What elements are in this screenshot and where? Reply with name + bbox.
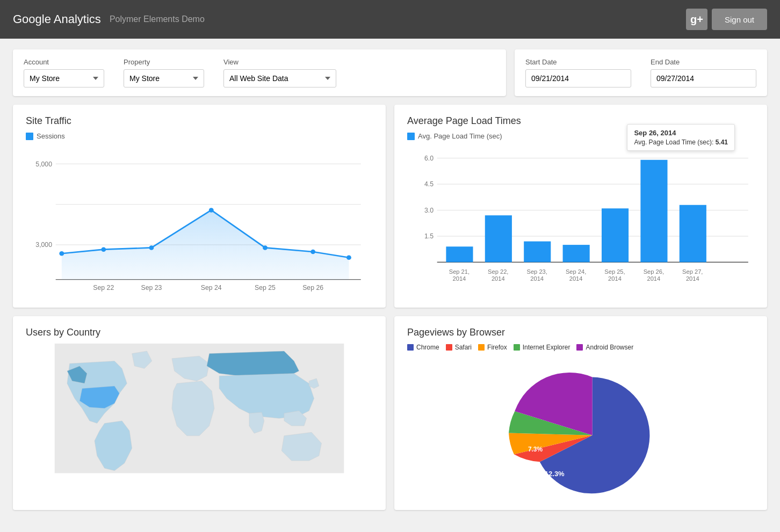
svg-text:Sep 25: Sep 25 xyxy=(255,284,276,291)
svg-rect-37 xyxy=(563,245,590,262)
charts-row: Site Traffic Sessions 5,000 3,000 Sep 22 xyxy=(13,105,767,308)
firefox-dot xyxy=(478,344,485,351)
date-filters-card: Start Date End Date xyxy=(515,49,767,96)
svg-text:12.3%: 12.3% xyxy=(545,470,565,478)
svg-text:3,000: 3,000 xyxy=(35,242,52,249)
svg-text:5,000: 5,000 xyxy=(35,161,52,168)
start-date-input[interactable] xyxy=(525,69,631,88)
svg-text:Sep 25,: Sep 25, xyxy=(604,268,625,275)
signout-button[interactable]: Sign out xyxy=(712,9,767,30)
chrome-legend: Chrome xyxy=(407,344,439,351)
map-container xyxy=(26,344,373,483)
svg-text:Sep 24: Sep 24 xyxy=(201,284,222,291)
page-load-legend-label: Avg. Page Load Time (sec) xyxy=(418,132,502,140)
view-select[interactable]: All Web Site Data xyxy=(223,69,336,88)
users-country-card: Users by Country xyxy=(13,316,386,510)
end-date-input[interactable] xyxy=(651,69,756,88)
svg-text:Sep 23: Sep 23 xyxy=(141,284,162,291)
gplus-icon[interactable]: g+ xyxy=(686,9,707,30)
main-content: Account My Store Property My Store View … xyxy=(0,39,780,521)
browser-title: Pageviews by Browser xyxy=(407,327,754,338)
svg-text:2014: 2014 xyxy=(569,275,583,282)
start-date-label: Start Date xyxy=(525,58,631,66)
chrome-dot xyxy=(407,344,414,351)
svg-point-14 xyxy=(149,245,154,250)
svg-point-17 xyxy=(310,250,315,254)
svg-text:Sep 27,: Sep 27, xyxy=(682,268,703,275)
pie-chart-svg: 12.3% 7.3% xyxy=(484,360,677,499)
android-label: Android Browser xyxy=(586,344,633,351)
app-subtitle: Polymer Elements Demo xyxy=(110,14,205,24)
svg-point-12 xyxy=(59,251,64,256)
page-load-legend: Avg. Page Load Time (sec) xyxy=(407,132,754,140)
firefox-label: Firefox xyxy=(487,344,507,351)
filters-row: Account My Store Property My Store View … xyxy=(13,49,767,96)
header: Google Analytics Polymer Elements Demo g… xyxy=(0,0,780,39)
account-filters-card: Account My Store Property My Store View … xyxy=(13,49,506,96)
svg-text:Sep 22,: Sep 22, xyxy=(488,268,508,275)
line-chart-svg: 5,000 3,000 Sep 22 Sep 23 Sep 24 Sep 25 … xyxy=(26,147,373,297)
property-label: Property xyxy=(124,58,204,66)
svg-text:2014: 2014 xyxy=(686,275,699,282)
safari-dot xyxy=(446,344,452,351)
svg-text:Sep 24,: Sep 24, xyxy=(566,268,586,275)
svg-text:2014: 2014 xyxy=(530,275,544,282)
header-left: Google Analytics Polymer Elements Demo xyxy=(13,12,205,26)
svg-text:2014: 2014 xyxy=(453,275,466,282)
site-traffic-card: Site Traffic Sessions 5,000 3,000 Sep 22 xyxy=(13,105,386,308)
svg-rect-28 xyxy=(446,246,473,262)
start-date-group: Start Date xyxy=(525,58,631,88)
page-load-card: Average Page Load Times Avg. Page Load T… xyxy=(394,105,767,308)
svg-text:7.3%: 7.3% xyxy=(528,446,543,453)
android-dot xyxy=(576,344,583,351)
svg-text:2014: 2014 xyxy=(492,275,505,282)
svg-point-18 xyxy=(346,255,351,260)
pie-legend: Chrome Safari Firefox Internet Explorer … xyxy=(407,344,754,351)
sessions-legend-color xyxy=(26,133,33,140)
end-date-label: End Date xyxy=(651,58,756,66)
svg-rect-43 xyxy=(640,160,667,263)
svg-text:6.0: 6.0 xyxy=(424,155,434,162)
svg-rect-31 xyxy=(485,215,512,262)
end-date-group: End Date xyxy=(651,58,756,88)
account-filter-group: Account My Store xyxy=(24,58,104,88)
svg-text:4.5: 4.5 xyxy=(424,180,434,188)
svg-text:3.0: 3.0 xyxy=(424,207,434,214)
android-legend: Android Browser xyxy=(576,344,633,351)
bar-chart-svg: 6.0 4.5 3.0 1.5 Sep 21, 2014 Sep 22, 201… xyxy=(407,147,754,297)
svg-point-16 xyxy=(263,245,268,250)
page-load-legend-color xyxy=(407,133,415,140)
property-select[interactable]: My Store xyxy=(124,69,204,88)
ie-dot xyxy=(514,344,520,351)
svg-point-15 xyxy=(209,208,214,213)
bottom-row: Users by Country xyxy=(13,316,767,510)
bar-chart-container: 6.0 4.5 3.0 1.5 Sep 21, 2014 Sep 22, 201… xyxy=(407,147,754,297)
safari-legend: Safari xyxy=(446,344,472,351)
view-label: View xyxy=(223,58,336,66)
page-load-title: Average Page Load Times xyxy=(407,115,754,127)
view-filter-group: View All Web Site Data xyxy=(223,58,336,88)
ie-label: Internet Explorer xyxy=(523,344,570,351)
svg-point-13 xyxy=(101,247,106,252)
svg-rect-40 xyxy=(602,208,629,262)
firefox-legend: Firefox xyxy=(478,344,507,351)
browser-card: Pageviews by Browser Chrome Safari Firef… xyxy=(394,316,767,510)
world-map-svg xyxy=(26,344,373,483)
line-chart-container: 5,000 3,000 Sep 22 Sep 23 Sep 24 Sep 25 … xyxy=(26,147,373,297)
users-country-title: Users by Country xyxy=(26,327,373,338)
svg-rect-34 xyxy=(524,242,551,263)
svg-text:1.5: 1.5 xyxy=(424,232,434,240)
svg-text:Sep 23,: Sep 23, xyxy=(527,268,547,275)
svg-text:2014: 2014 xyxy=(608,275,622,282)
site-traffic-legend: Sessions xyxy=(26,132,373,140)
account-select[interactable]: My Store xyxy=(24,69,104,88)
svg-text:Sep 22: Sep 22 xyxy=(93,284,114,291)
header-right: g+ Sign out xyxy=(686,9,767,30)
svg-rect-46 xyxy=(680,205,706,263)
svg-text:2014: 2014 xyxy=(647,275,661,282)
ie-legend: Internet Explorer xyxy=(514,344,570,351)
svg-text:Sep 26,: Sep 26, xyxy=(644,268,664,275)
chrome-label: Chrome xyxy=(416,344,439,351)
site-traffic-title: Site Traffic xyxy=(26,115,373,127)
app-title: Google Analytics xyxy=(13,12,101,26)
